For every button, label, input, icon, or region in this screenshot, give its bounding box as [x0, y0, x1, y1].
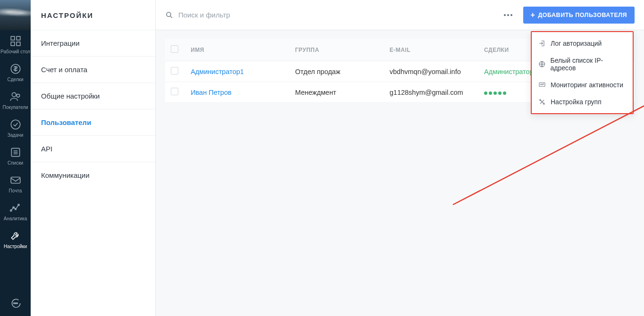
workspace-avatar[interactable] [0, 0, 31, 30]
rail-item-buyers[interactable]: Покупатели [0, 86, 31, 114]
menu-item-label: Мониторинг активности [551, 81, 623, 89]
user-group: Менеждмент [290, 82, 384, 103]
sidebar-item-label: Счет и оплата [41, 66, 87, 74]
topbar: + ДОБАВИТЬ ПОЛЬЗОВАТЕЛЯ [156, 0, 644, 30]
svg-rect-3 [17, 42, 20, 46]
sidebar-item-general[interactable]: Общие настройки [31, 83, 155, 109]
rail-item-deals[interactable]: Сделки [0, 58, 31, 86]
rail-item-dashboard[interactable]: Рабочий стол [0, 30, 31, 58]
menu-item-activity[interactable]: Мониторинг активности [532, 76, 633, 93]
chat-icon [9, 297, 22, 309]
rail-item-label: Задачи [8, 133, 24, 138]
svg-point-6 [17, 94, 19, 98]
col-header-name[interactable]: ИМЯ [185, 39, 289, 61]
svg-point-19 [507, 14, 509, 16]
sidebar-item-integrations[interactable]: Интеграции [31, 30, 155, 56]
user-email: g1128shym@gmail.com [384, 82, 478, 103]
tools-icon [538, 98, 546, 106]
menu-item-label: Белый список IP-адресов [551, 57, 627, 72]
mail-icon [9, 174, 22, 186]
rail-item-label: Покупатели [2, 105, 28, 110]
svg-rect-0 [11, 36, 15, 40]
rail-item-label: Рабочий стол [0, 49, 30, 54]
add-button-label: ДОБАВИТЬ ПОЛЬЗОВАТЕЛЯ [538, 12, 627, 18]
col-header-group[interactable]: ГРУППА [290, 39, 384, 61]
rail-item-label: Сделки [7, 77, 23, 82]
svg-point-18 [504, 14, 506, 16]
svg-rect-2 [11, 42, 15, 46]
sidebar-item-label: Общие настройки [41, 92, 100, 100]
svg-point-15 [15, 303, 16, 304]
rail-item-settings[interactable]: Настройки [0, 225, 31, 253]
sidebar-item-billing[interactable]: Счет и оплата [31, 56, 155, 83]
svg-point-17 [167, 12, 171, 17]
rail-item-label: Аналитика [4, 216, 27, 221]
check-circle-icon [9, 118, 22, 131]
rail-item-analytics[interactable]: Аналитика [0, 197, 31, 225]
globe-icon [538, 60, 546, 68]
user-deals-perm: Администратор [484, 68, 534, 75]
list-icon [9, 146, 22, 158]
grid-icon [9, 35, 22, 47]
search-icon [165, 11, 174, 19]
global-nav-rail: Рабочий стол Сделки Покупатели Задачи Сп… [0, 0, 31, 316]
dots-horizontal-icon [503, 14, 513, 17]
login-log-icon [538, 40, 546, 47]
rail-item-label: Почта [9, 188, 22, 193]
more-menu-trigger[interactable] [502, 8, 515, 22]
users-icon [9, 91, 22, 103]
sidebar-item-label: Коммуникации [41, 171, 90, 179]
sidebar-item-label: API [41, 145, 52, 153]
sidebar-item-label: Пользователи [41, 118, 91, 126]
svg-point-20 [510, 14, 512, 16]
rail-item-label: Списки [8, 160, 23, 166]
money-icon [9, 63, 22, 75]
svg-line-25 [453, 99, 644, 205]
svg-point-5 [12, 92, 16, 97]
content: ИМЯ ГРУППА E-MAIL СДЕЛКИ КОНТАКТЫ ГРУППЫ… [156, 30, 644, 316]
menu-item-groups[interactable]: Настройка групп [532, 93, 633, 110]
user-group: Отдел продаж [290, 61, 384, 82]
svg-point-7 [11, 120, 20, 129]
search-box[interactable] [165, 11, 502, 19]
menu-item-auth-log[interactable]: Лог авторизаций [532, 35, 633, 52]
sidebar-title: НАСТРОЙКИ [31, 0, 155, 30]
sidebar-item-communications[interactable]: Коммуникации [31, 162, 155, 188]
plus-icon: + [531, 11, 535, 19]
rail-item-label: Настройки [4, 244, 27, 249]
monitor-icon [538, 81, 546, 89]
select-all-checkbox[interactable] [171, 45, 178, 53]
rail-item-mail[interactable]: Почта [0, 169, 31, 197]
analytics-icon [9, 202, 22, 214]
rail-item-tasks[interactable]: Задачи [0, 114, 31, 141]
svg-point-14 [13, 303, 14, 304]
sidebar-item-users[interactable]: Пользователи [31, 109, 155, 135]
user-email: vbdhvmqn@yomail.info [384, 61, 478, 82]
rail-item-lists[interactable]: Списки [0, 141, 31, 169]
settings-sidebar: НАСТРОЙКИ Интеграции Счет и оплата Общие… [31, 0, 156, 316]
more-menu: Лог авторизаций Белый список IP-адресов … [531, 31, 634, 114]
user-name-link[interactable]: Иван Петров [191, 89, 232, 96]
svg-point-16 [17, 303, 17, 304]
add-user-button[interactable]: + ДОБАВИТЬ ПОЛЬЗОВАТЕЛЯ [523, 7, 635, 24]
user-name-link[interactable]: Администратор1 [191, 68, 244, 75]
row-checkbox[interactable] [171, 88, 178, 95]
search-input[interactable] [178, 11, 320, 19]
svg-rect-9 [11, 177, 20, 183]
menu-item-ip-whitelist[interactable]: Белый список IP-адресов [532, 52, 633, 76]
row-checkbox[interactable] [171, 67, 178, 75]
svg-rect-1 [17, 36, 20, 40]
col-header-email[interactable]: E-MAIL [384, 39, 478, 61]
menu-item-label: Настройка групп [551, 98, 602, 106]
rail-item-chat[interactable] [0, 291, 31, 316]
main-area: + ДОБАВИТЬ ПОЛЬЗОВАТЕЛЯ ИМЯ ГРУППА E-MAI… [156, 0, 644, 316]
sidebar-item-api[interactable]: API [31, 135, 155, 162]
wrench-icon [9, 230, 22, 242]
menu-item-label: Лог авторизаций [551, 40, 602, 47]
sidebar-item-label: Интеграции [41, 39, 80, 47]
